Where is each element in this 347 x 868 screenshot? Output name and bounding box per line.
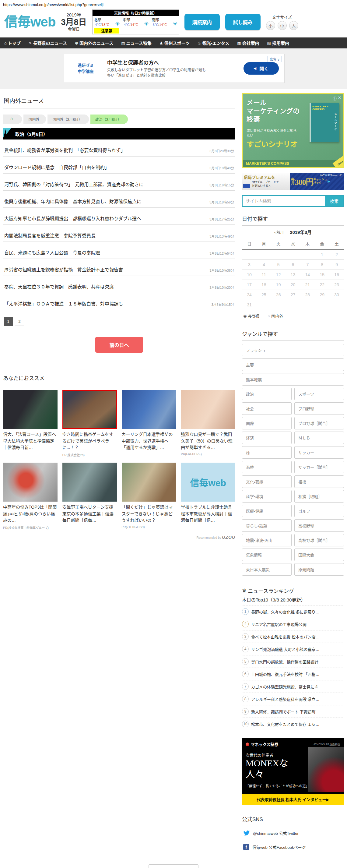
genre-button[interactable]: サッカー xyxy=(294,446,344,459)
genre-button[interactable]: プロ野球［試合］ xyxy=(294,417,344,429)
genre-button[interactable]: 株 xyxy=(242,446,292,459)
menu-toggle-button[interactable]: ∨ メニュー xyxy=(149,864,198,868)
news-title-link[interactable]: 厚労省の組織風土を総務省が指摘 賃金統計不正で報告書 xyxy=(4,266,123,273)
genre-button[interactable]: プロ野球 xyxy=(294,402,344,415)
genre-button[interactable]: ゴルフ xyxy=(294,505,344,517)
calendar-day[interactable]: 16 xyxy=(329,270,344,280)
genre-button[interactable]: 暮らし・話題 xyxy=(242,519,292,532)
ranking-item[interactable]: 8 アレルギー科と感染症科を開設 県立… xyxy=(242,693,344,705)
calendar-day[interactable]: 20 xyxy=(286,280,301,290)
ranking-item[interactable]: 1 長野の街、久々の雪化粧 冬に逆戻り… xyxy=(242,606,344,618)
calendar-day[interactable]: 8 xyxy=(315,260,329,270)
sidebar-ad-premium[interactable]: 信毎プレミアムを NTTグループカードで お支払いすると 20ケ月間ず――っと … xyxy=(242,173,344,190)
breadcrumb-tab-kokunaigai-date[interactable]: 国内外（3月8日） xyxy=(48,115,89,124)
nav-item[interactable]: ▤ ニュース特集 xyxy=(121,40,152,46)
ranking-item[interactable]: 3 食べて松本山雅を応援 松本のパン店… xyxy=(242,630,344,643)
calendar-day[interactable] xyxy=(286,300,301,310)
ranking-item[interactable]: 2 リニア名古屋駅の工事現場公開 xyxy=(242,618,344,630)
calendar-day[interactable] xyxy=(257,250,271,259)
recommend-card[interactable]: カーリング日本選手権Ｖの中部電力、世界選手権へ「通用するか挑戦」… xyxy=(122,390,176,457)
ranking-item[interactable]: 6 上田城の櫓、復元手法を検討 「西櫓… xyxy=(242,668,344,680)
calendar-day[interactable]: 12 xyxy=(271,270,286,280)
nav-item[interactable]: ▦ 会社案内 xyxy=(237,40,259,46)
font-size-medium-button[interactable]: 中 xyxy=(278,21,287,30)
genre-button[interactable]: 相撲［取組］ xyxy=(294,490,344,502)
calendar-day[interactable]: 29 xyxy=(315,290,329,300)
calendar-day[interactable]: 2 xyxy=(329,250,344,259)
genre-button[interactable]: 政治 xyxy=(242,388,292,400)
genre-button[interactable]: 文化・芸能 xyxy=(242,475,292,488)
ad-close-icon[interactable]: ✕ xyxy=(338,95,341,101)
calendar-day[interactable]: 3 xyxy=(242,260,257,270)
genre-button[interactable]: 地震・津波・火山 xyxy=(242,534,292,547)
calendar-day[interactable]: 9 xyxy=(329,260,344,270)
genre-button[interactable]: サッカー［試合］ xyxy=(294,461,344,473)
facebook-link[interactable]: f 信毎web 公式Facebookページ xyxy=(242,840,344,854)
genre-button[interactable]: ＭＬＢ xyxy=(294,432,344,444)
genre-button[interactable]: 科学・環境 xyxy=(242,490,292,502)
calendar-day[interactable] xyxy=(257,300,271,310)
calendar-day[interactable]: 18 xyxy=(257,280,271,290)
nav-item[interactable]: ♟ 信州スポーツ xyxy=(159,40,190,46)
ad-open-button[interactable]: ◀ 開く xyxy=(244,62,279,74)
calendar-day[interactable]: 23 xyxy=(329,280,344,290)
calendar-day[interactable]: 6 xyxy=(286,260,301,270)
recommend-card[interactable]: 信毎web 学校トラブルに弁護士助言 松本市教委が導入検討｜信濃毎日新聞［信… xyxy=(181,463,235,530)
news-title-link[interactable]: 河野氏、韓国側の「対応策待つ」 元徴用工訴訟、資産売却の動きに xyxy=(4,181,144,187)
recommend-provider[interactable]: Recommended by UZOU xyxy=(3,535,235,540)
genre-button[interactable]: 国際大会 xyxy=(294,549,344,561)
page-1-button[interactable]: 1 xyxy=(4,317,13,326)
genre-button[interactable]: フラッシュ xyxy=(242,344,344,356)
calendar-day[interactable]: 27 xyxy=(286,290,301,300)
ranking-item[interactable]: 10 松本市、文化財をまとめて保存 １６… xyxy=(242,718,344,730)
news-title-link[interactable]: 復興庁後継組織、年内に具体像 基本方針見直し、財源確保焦点に xyxy=(4,198,141,204)
site-logo[interactable]: 信毎web xyxy=(4,15,56,29)
breadcrumb-tab-kokunaigai[interactable]: 国内外 xyxy=(24,115,46,124)
page-2-button[interactable]: 2 xyxy=(15,317,24,326)
sidebar-ad-monex[interactable]: マネックス証券 47NEWS PR企画動画 次世代の伴奏者 MONEXな 人々 … xyxy=(242,738,344,805)
calendar-day[interactable]: 25 xyxy=(257,290,271,300)
radio-kokunaigai[interactable]: ○国内外 xyxy=(267,313,283,319)
calendar-day[interactable]: 5 xyxy=(271,260,286,270)
genre-button[interactable]: 原発問題 xyxy=(294,563,344,576)
sidebar-ad-marketing[interactable]: ⓘ✕ メール マーケティングの 終焉 成功事例から読み解く意外と知らない すごい… xyxy=(242,93,344,168)
nav-item[interactable]: ✎ 長野県のニュース xyxy=(29,40,67,46)
calendar-day[interactable]: 24 xyxy=(242,290,257,300)
ranking-item[interactable]: 7 カゴメの体験型観光施設、富士見に４… xyxy=(242,680,344,693)
search-input[interactable] xyxy=(243,196,325,206)
news-title-link[interactable]: ダウンロード規制に懸念 自民幹部「自由を制約」 xyxy=(4,164,109,170)
search-button[interactable]: 検索 xyxy=(325,196,343,206)
recommend-card[interactable]: 信大、「法曹コース」設置へ 早大法科大学院と準備協定｜信濃毎日新… xyxy=(3,390,58,457)
calendar-day[interactable] xyxy=(286,250,301,259)
trial-read-button[interactable]: 試し読み xyxy=(225,14,260,30)
radio-nagano[interactable]: ◉長野県 xyxy=(243,313,260,319)
genre-button[interactable]: スポーツ xyxy=(294,388,344,400)
font-size-small-button[interactable]: 小 xyxy=(266,21,275,30)
previous-day-button[interactable]: 前の日へ xyxy=(95,337,143,353)
genre-button[interactable]: 経済 xyxy=(242,432,292,444)
nav-item[interactable]: ▧ 採用案内 xyxy=(267,40,289,46)
nav-item[interactable]: ♨ 観光・エンタメ xyxy=(197,40,229,46)
calendar-day[interactable] xyxy=(271,300,286,310)
calendar-day[interactable]: 4 xyxy=(257,260,271,270)
genre-button[interactable]: 気象情報 xyxy=(242,549,292,561)
subscribe-button[interactable]: 購読案内 xyxy=(185,14,220,30)
recommend-card[interactable]: 「聞くだけ」じゃ英語はマスターできない！じゃあどうすればいいの？ PR(7+EN… xyxy=(122,463,176,530)
calendar-day[interactable] xyxy=(315,300,329,310)
calendar-day[interactable] xyxy=(300,250,315,259)
calendar-day[interactable]: 30 xyxy=(329,290,344,300)
genre-button[interactable]: 医療・健康 xyxy=(242,505,292,517)
ranking-item[interactable]: 9 新人研修、諏訪湖でボート 下諏訪町… xyxy=(242,705,344,718)
calendar-day[interactable]: 17 xyxy=(242,280,257,290)
calendar-day[interactable]: 21 xyxy=(300,280,315,290)
prev-month-link[interactable]: <前月 xyxy=(274,230,284,235)
ad-label[interactable]: 広告 ∨ xyxy=(267,56,282,62)
genre-button[interactable]: 高校野球 xyxy=(294,519,344,532)
font-size-large-button[interactable]: 大 xyxy=(289,21,298,30)
twitter-link[interactable]: @shinmaiweb 公式Twitter xyxy=(242,826,344,840)
ad-info-icon[interactable]: ⓘ xyxy=(333,95,337,101)
genre-button[interactable]: 為替 xyxy=(242,461,292,473)
genre-button[interactable]: 主要 xyxy=(242,359,344,371)
calendar-day[interactable]: 1 xyxy=(315,250,329,259)
calendar-day[interactable] xyxy=(271,250,286,259)
